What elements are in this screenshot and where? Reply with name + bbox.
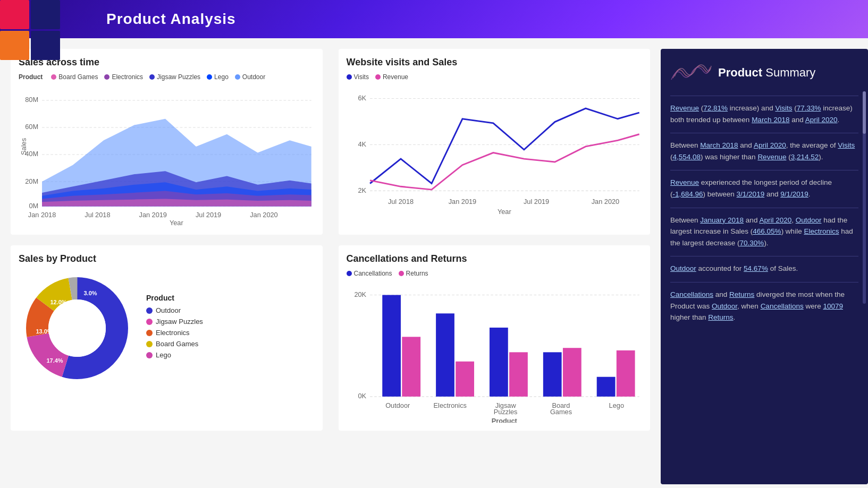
svg-text:Puzzles: Puzzles [493, 408, 517, 416]
summary-p4: Outdoor accounted for 54.67% of Sales. [670, 263, 858, 275]
summary-divider-1 [670, 133, 858, 133]
svg-text:0K: 0K [358, 392, 366, 400]
outdoor-share-link[interactable]: 54.67% [744, 264, 768, 272]
legend-lego-item: Lego [146, 351, 203, 359]
summary-divider [670, 96, 858, 96]
outdoor-link-0[interactable]: Outdoor [796, 216, 822, 224]
legend-jigsaw: Jigsaw Puzzles [149, 73, 200, 81]
svg-text:Outdoor: Outdoor [385, 401, 410, 409]
jigsaw-legend-label: Jigsaw Puzzles [156, 318, 203, 326]
svg-text:4K: 4K [358, 140, 366, 148]
returns-label: Returns [406, 270, 428, 277]
svg-text:17.4%: 17.4% [46, 357, 63, 364]
march-2018-link[interactable]: March 2018 [752, 116, 789, 124]
april-2020-link-0[interactable]: April 2020 [805, 116, 838, 124]
decline-link[interactable]: -1,684.96 [673, 190, 703, 198]
page-title: Product Analysis [106, 11, 236, 28]
revenue-avg-link[interactable]: 3,214.52 [791, 153, 819, 161]
summary-p0: Revenue (72.81% increase) and Visits (77… [670, 102, 858, 125]
legend-returns: Returns [399, 270, 428, 277]
svg-text:Jan 2019: Jan 2019 [139, 211, 167, 219]
svg-text:Jan 2020: Jan 2020 [591, 198, 619, 206]
april-2020-link-1[interactable]: April 2020 [754, 141, 786, 149]
scrollbar[interactable] [863, 91, 866, 304]
electronics-label: Electronics [112, 73, 143, 81]
summary-divider-2 [670, 170, 858, 170]
svg-text:80M: 80M [25, 96, 38, 104]
visits-link-1[interactable]: Visits [838, 141, 855, 149]
legend-jigsaw-item: Jigsaw Puzzles [146, 318, 203, 326]
visits-link-0[interactable]: Visits [775, 104, 792, 112]
website-visits-chart: 6K 4K 2K Jul 2018 Jan 2019 Jul 2019 Jan … [347, 85, 643, 227]
svg-text:2K: 2K [358, 186, 366, 194]
summary-p3: Between January 2018 and April 2020, Out… [670, 215, 858, 249]
svg-text:13.0%: 13.0% [36, 328, 52, 335]
cancellations-legend: Cancellations Returns [347, 270, 643, 277]
electronics-dot [104, 74, 109, 80]
sales-time-chart: 80M 60M 40M 20M 0M Sales [19, 85, 315, 227]
summary-divider-5 [670, 282, 858, 282]
svg-text:Jul 2019: Jul 2019 [523, 198, 549, 206]
cancellations-link-2[interactable]: Cancellations [761, 302, 804, 310]
svg-rect-57 [509, 352, 528, 396]
svg-text:Jan 2018: Jan 2018 [28, 211, 56, 219]
svg-text:0M: 0M [29, 202, 38, 210]
jigsaw-dot [149, 74, 155, 80]
jigsaw-legend-dot [146, 319, 153, 325]
svg-text:Jan 2020: Jan 2020 [250, 211, 277, 219]
revenue-link-1[interactable]: Revenue [757, 153, 786, 161]
scrollbar-thumb[interactable] [863, 91, 866, 134]
svg-text:20K: 20K [354, 290, 366, 298]
outdoor-legend-label: Outdoor [156, 306, 181, 314]
svg-rect-53 [402, 337, 420, 396]
legend-cancellations: Cancellations [347, 270, 392, 277]
returns-link[interactable]: Returns [729, 290, 754, 298]
svg-text:Lego: Lego [609, 401, 623, 409]
svg-text:12.0%: 12.0% [50, 299, 66, 305]
electronics-link-0[interactable]: Electronics [804, 227, 839, 235]
svg-text:Product: Product [491, 416, 517, 423]
revenue-link-2[interactable]: Revenue [670, 178, 699, 186]
returns-link-2[interactable]: Returns [708, 313, 733, 321]
left-panel: Sales across time Product Board Games El… [11, 49, 650, 484]
outdoor-link-2[interactable]: Outdoor [712, 302, 737, 310]
cancellations-dot [347, 271, 352, 276]
legend-board-games: Board Games [51, 73, 98, 81]
cancellations-link[interactable]: Cancellations [670, 290, 713, 298]
legend-visits: Visits [347, 73, 369, 81]
svg-text:Jul 2018: Jul 2018 [387, 198, 413, 206]
lego-dot [207, 74, 212, 80]
svg-text:Year: Year [497, 208, 511, 216]
boardgames-legend-label: Board Games [156, 340, 198, 348]
outdoor-link-1[interactable]: Outdoor [670, 264, 696, 272]
summary-divider-3 [670, 208, 858, 208]
cancellations-label: Cancellations [354, 270, 392, 277]
date-end-link[interactable]: 9/1/2019 [780, 190, 808, 198]
date-start-link[interactable]: 3/1/2019 [737, 190, 765, 198]
revenue-pct-link[interactable]: 72.81% [703, 104, 728, 112]
sales-product-title: Sales by Product [19, 253, 315, 264]
count-link[interactable]: 10079 [823, 302, 843, 310]
april-2020-link-2[interactable]: April 2020 [759, 216, 791, 224]
svg-text:Jul 2018: Jul 2018 [85, 211, 110, 219]
summary-title-bold: Product [718, 66, 762, 79]
jan-2018-link[interactable]: January 2018 [700, 216, 744, 224]
march-2018-link-1[interactable]: March 2018 [700, 141, 738, 149]
svg-text:Jan 2019: Jan 2019 [448, 198, 476, 206]
outdoor-pct-link[interactable]: 466.05% [753, 227, 781, 235]
website-legend: Visits Revenue [347, 73, 643, 81]
svg-text:60M: 60M [25, 123, 38, 131]
visits-avg-link[interactable]: 4,554.08 [673, 153, 701, 161]
lego-legend-label: Lego [156, 351, 171, 359]
cancellations-chart: 20K 0K [347, 281, 643, 423]
legend-outdoor-item: Outdoor [146, 306, 203, 314]
sales-time-legend: Product Board Games Electronics Jigsaw P… [19, 73, 315, 81]
visits-pct-link[interactable]: 77.33% [797, 104, 821, 112]
svg-text:3.0%: 3.0% [83, 290, 97, 296]
svg-text:54.7%: 54.7% [87, 325, 105, 332]
summary-p1: Between March 2018 and April 2020, the a… [670, 140, 858, 162]
visits-dot [347, 74, 352, 80]
revenue-link-0[interactable]: Revenue [670, 104, 699, 112]
donut-chart: 54.7% 17.4% 13.0% 12.0% 3.0% [19, 270, 136, 387]
electronics-pct-link[interactable]: 70.30% [740, 239, 764, 247]
